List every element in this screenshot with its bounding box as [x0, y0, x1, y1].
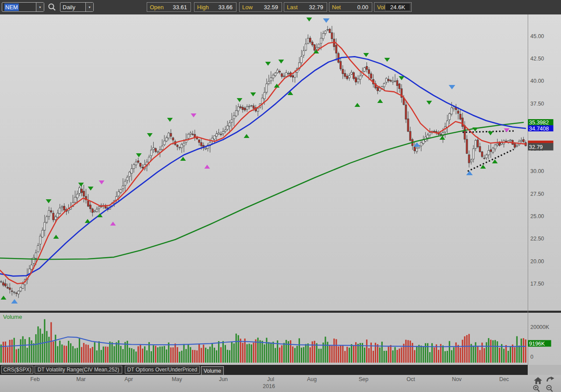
chevron-down-icon: ▼ [88, 6, 91, 9]
volume-tick-label: 0 [530, 354, 533, 360]
price-tick-label: 27.50 [530, 191, 544, 197]
search-button[interactable] [47, 3, 57, 12]
price-tick-label: 25.00 [530, 213, 544, 219]
zoom-in-button[interactable] [533, 385, 541, 392]
quote-value: 32.79 [309, 4, 327, 11]
quote-value: 33.66 [218, 4, 236, 11]
quote-label: Last [284, 4, 298, 11]
month-label-mar: Mar [76, 376, 86, 382]
home-button[interactable] [533, 377, 543, 385]
quote-value: 32.59 [264, 4, 282, 11]
price-tick-label: 20.00 [530, 258, 544, 265]
chevron-down-icon: ▼ [39, 6, 42, 9]
month-label-nov: Nov [452, 376, 462, 382]
indicator-tab-band: CRS($SPX)DT Volatility Range(CIV Mean,25… [0, 365, 528, 375]
home-icon [534, 377, 542, 384]
price-badge-value: 32.79 [529, 144, 543, 150]
quote-value: 24.6K [385, 3, 410, 11]
price-chart: 45.0042.5040.0037.5035.0032.5030.0027.50… [0, 14, 561, 365]
month-label-may: May [172, 376, 182, 382]
quote-open: Open33.61 [147, 2, 191, 12]
price-tick-label: 42.50 [530, 56, 544, 62]
month-label-oct: Oct [406, 376, 415, 382]
price-badge-value: 35.3982 [529, 120, 549, 126]
symbol-combo: NEM ▼ [2, 2, 44, 12]
month-label-aug: Aug [307, 376, 317, 382]
tab-volume[interactable]: Volume [201, 366, 224, 375]
volume-badge-value: 9196K [529, 341, 545, 347]
month-label-jun: Jun [219, 376, 228, 382]
quote-label: Open [147, 4, 164, 11]
undo-button[interactable] [546, 376, 554, 385]
quote-vol: Vol24.6K [374, 2, 412, 12]
zoom-in-icon [533, 385, 539, 392]
quote-high: High33.66 [194, 2, 236, 12]
month-label-apr: Apr [124, 376, 133, 382]
quote-label: Low [240, 4, 253, 11]
symbol-dropdown-button[interactable]: ▼ [36, 3, 44, 11]
search-icon [49, 4, 55, 11]
symbol-input[interactable]: NEM [2, 3, 36, 11]
price-tick-label: 37.50 [530, 101, 544, 107]
tab-crs-spx-[interactable]: CRS($SPX) [1, 366, 33, 374]
month-label-jul: Jul [267, 376, 274, 382]
tab-dt-volatility-range-civ-mean-252-[interactable]: DT Volatility Range(CIV Mean,252) [35, 366, 122, 374]
quote-net: Net0.00 [329, 2, 372, 12]
price-badge-value: 34.7408 [529, 126, 549, 132]
pane-divider[interactable] [0, 311, 561, 311]
quote-last: Last32.79 [284, 2, 327, 12]
time-axis: 2016 FebMarAprMayJunJulAugSe [0, 375, 561, 392]
quote-value: 33.61 [173, 4, 191, 11]
price-tick-label: 45.00 [530, 33, 544, 39]
price-tick-label: 17.50 [530, 281, 544, 287]
quote-label: Net [329, 4, 341, 11]
volume-tick-label: 20000K [530, 324, 550, 330]
zoom-out-button[interactable] [546, 385, 554, 392]
undo-icon [547, 377, 554, 382]
trading-chart-window: NEM ▼ Daily ▼ Open33.61High33.66Low32.59… [0, 0, 561, 392]
quote-value: 0.00 [357, 4, 372, 11]
year-label: 2016 [263, 383, 275, 389]
quote-label: Vol [374, 4, 385, 11]
timeframe-combo: Daily ▼ [60, 2, 94, 12]
toolbar: NEM ▼ Daily ▼ Open33.61High33.66Low32.59… [0, 0, 561, 15]
month-label-sep: Sep [359, 376, 368, 382]
price-tick-label: 22.50 [530, 236, 544, 242]
price-tick-label: 30.00 [530, 168, 544, 174]
price-tick-label: 40.00 [530, 78, 544, 84]
tab-dt-options-over-underpriced[interactable]: DT Options Over/UnderPriced [125, 366, 200, 374]
symbol-input-value: NEM [4, 4, 19, 11]
timeframe-dropdown-button[interactable]: ▼ [85, 3, 93, 11]
tab-band-spacer [528, 365, 561, 375]
zoom-out-icon [547, 385, 552, 392]
quote-label: High [194, 4, 209, 11]
pane-divider [0, 311, 561, 313]
quote-low: Low32.59 [239, 2, 282, 12]
timeframe-select[interactable]: Daily [60, 3, 85, 11]
month-label-dec: Dec [499, 376, 509, 382]
price-badge [528, 141, 554, 143]
month-label-feb: Feb [30, 376, 40, 382]
volume-pane-title: Volume [3, 314, 22, 320]
